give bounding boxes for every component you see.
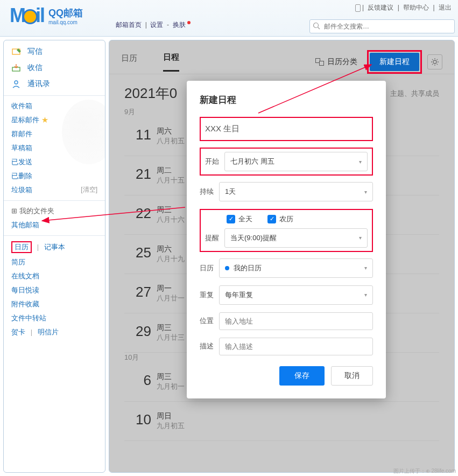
contacts-label: 通讯录: [27, 79, 50, 89]
location-label: 位置: [200, 316, 219, 326]
start-highlight: 开始 七月初六 周五 ▾: [200, 148, 373, 176]
folder-starred[interactable]: 星标邮件 ★: [11, 113, 97, 127]
start-label: 开始: [205, 157, 224, 166]
save-button[interactable]: 保存: [279, 366, 325, 386]
app-header: Mil QQ邮箱 mail.qq.com 邮箱首页 | 设置 - 换肤 | 反馈…: [0, 0, 458, 37]
sidebar-notes-link[interactable]: 记事本: [44, 243, 65, 251]
file-transfer-link[interactable]: 文件中转站: [11, 314, 46, 322]
nav-skin[interactable]: 换肤: [173, 21, 186, 29]
chevron-down-icon: ▾: [364, 265, 367, 271]
person-icon: [11, 80, 22, 88]
penguin-icon: [23, 9, 38, 24]
help-link[interactable]: 帮助中心: [403, 4, 429, 11]
logo-url: mail.qq.com: [48, 19, 83, 25]
chevron-down-icon: ▾: [364, 292, 367, 298]
event-subject-input[interactable]: [205, 121, 368, 137]
pencil-icon: [11, 47, 22, 56]
greeting-link[interactable]: 贺卡: [11, 328, 25, 336]
duration-label: 持续: [200, 187, 219, 197]
postcard-link[interactable]: 明信片: [38, 328, 59, 336]
phone-icon[interactable]: [355, 4, 361, 12]
sidebar-calendar-link[interactable]: 日历: [15, 243, 29, 251]
resume-link[interactable]: 简历: [11, 258, 25, 266]
modal-title: 新建日程: [200, 94, 373, 106]
daily-read-link[interactable]: 每日悦读: [11, 286, 39, 294]
folder-group[interactable]: 群邮件: [11, 127, 97, 141]
online-doc-link[interactable]: 在线文档: [11, 272, 39, 280]
logout-link[interactable]: 退出: [439, 4, 452, 11]
duration-select[interactable]: 1天 ▾: [219, 182, 373, 201]
search-wrap: [309, 19, 455, 33]
folder-trash[interactable]: 垃圾箱[清空]: [11, 183, 97, 197]
folder-drafts[interactable]: 草稿箱: [11, 141, 97, 155]
star-icon: ★: [41, 116, 48, 124]
search-icon: [313, 22, 320, 32]
logo-cn: QQ邮箱: [48, 8, 83, 18]
receive-label: 收信: [27, 63, 43, 73]
check-icon: ✓: [227, 215, 235, 223]
search-input[interactable]: [309, 19, 455, 33]
chevron-down-icon: ▾: [364, 189, 367, 195]
allday-checkbox[interactable]: ✓ 全天: [227, 214, 252, 224]
desc-input[interactable]: [219, 338, 373, 355]
other-mail-link[interactable]: 其他邮箱: [11, 221, 39, 229]
location-input[interactable]: [219, 312, 373, 330]
repeat-select[interactable]: 每年重复 ▾: [219, 285, 373, 305]
svg-point-0: [314, 23, 319, 28]
chevron-down-icon: ▾: [359, 159, 362, 165]
check-icon: ✓: [267, 215, 276, 223]
logo-m: Mil: [10, 4, 44, 27]
nav-home[interactable]: 邮箱首页: [116, 21, 142, 29]
new-event-modal: 新建日程 开始 七月初六 周五 ▾ 持续 1天 ▾ ✓ 全天 ✓ 农历: [187, 81, 386, 398]
color-dot-icon: [225, 266, 229, 270]
top-right-links: | 反馈建议 | 帮助中心 | 退出: [355, 3, 454, 12]
attach-fav-link[interactable]: 附件收藏: [11, 300, 39, 308]
allday-remind-highlight: ✓ 全天 ✓ 农历 提醒 当天(9:00)提醒 ▾: [200, 209, 373, 252]
empty-trash-link[interactable]: [清空]: [81, 185, 97, 194]
remind-label: 提醒: [205, 233, 224, 243]
receive-button[interactable]: 收信: [4, 60, 105, 76]
calendar-highlight: 日历: [11, 241, 32, 253]
top-nav: 邮箱首页 | 设置 - 换肤: [116, 20, 191, 30]
desc-label: 描述: [200, 341, 219, 351]
folder-list: 收件箱 星标邮件 ★ 群邮件 草稿箱 已发送 已删除 垃圾箱[清空]: [4, 99, 105, 197]
folder-sent[interactable]: 已发送: [11, 155, 97, 169]
svg-line-1: [318, 27, 320, 30]
subject-highlight: [200, 117, 373, 141]
svg-point-4: [15, 81, 18, 84]
chevron-down-icon: ▾: [359, 235, 362, 241]
remind-select[interactable]: 当天(9:00)提醒 ▾: [224, 228, 368, 248]
compose-button[interactable]: 写信: [4, 44, 105, 60]
lunar-checkbox[interactable]: ✓ 农历: [267, 214, 293, 224]
folder-deleted[interactable]: 已删除: [11, 169, 97, 183]
folder-inbox[interactable]: 收件箱: [11, 99, 97, 113]
notification-dot-icon: [187, 21, 191, 24]
nav-settings[interactable]: 设置: [150, 21, 163, 29]
new-event-highlight: 新建日程: [367, 50, 422, 74]
sidebar: 写信 收信 通讯录 收件箱 星标邮件 ★ 群邮件 草稿箱 已发送 已删除 垃圾箱…: [3, 40, 105, 473]
calendar-select[interactable]: 我的日历 ▾: [219, 258, 373, 278]
calendar-label: 日历: [200, 263, 219, 273]
logo: Mil QQ邮箱 mail.qq.com: [10, 4, 83, 27]
inbox-arrow-icon: [11, 64, 22, 72]
cancel-button[interactable]: 取消: [331, 366, 373, 386]
contacts-button[interactable]: 通讯录: [4, 76, 105, 92]
repeat-label: 重复: [200, 290, 219, 300]
compose-label: 写信: [27, 47, 43, 57]
watermark: 图片上传于：⊕ 28life.com: [393, 467, 456, 475]
my-folders-toggle[interactable]: ⊞ 我的文件夹: [4, 204, 105, 218]
start-date-select[interactable]: 七月初六 周五 ▾: [224, 152, 368, 171]
new-event-button[interactable]: 新建日程: [370, 53, 419, 71]
feedback-link[interactable]: 反馈建议: [368, 4, 393, 11]
